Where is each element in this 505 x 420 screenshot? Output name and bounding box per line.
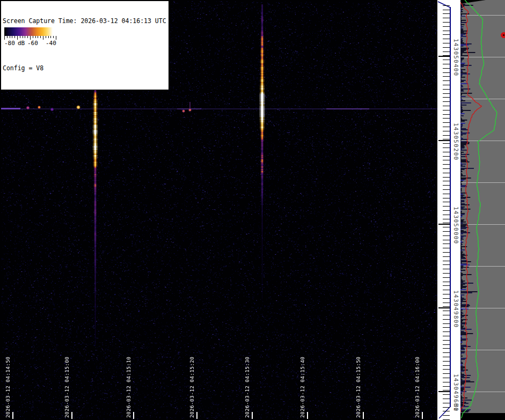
frequency-major-tick (438, 140, 450, 141)
db-max-label: -40 (46, 40, 56, 47)
marker-dot (501, 32, 505, 38)
time-axis-tick (133, 412, 134, 419)
color-scale-labels: -80 dB -60 -40 (3, 40, 57, 48)
time-axis-tick (71, 412, 72, 419)
frequency-axis-line (450, 7, 451, 407)
frequency-axis-label: 143050400 (452, 39, 459, 76)
time-axis-label: 2026-03-12 04:15:00 (64, 357, 70, 418)
db-mid-label: -60 (27, 40, 38, 47)
frequency-major-tick (438, 391, 450, 392)
frequency-major-tick (438, 224, 450, 225)
color-gradient-bar (4, 27, 56, 36)
color-scale-legend: -80 dB -60 -40 (3, 27, 57, 48)
frequency-axis-label: 143050200 (452, 123, 459, 160)
db-min-label: -80 (4, 40, 15, 47)
frequency-unit-label: Hz (452, 403, 459, 412)
db-unit-label: dB (18, 40, 25, 47)
time-axis-tick (12, 412, 13, 419)
capture-config-text: Config = V8 (3, 64, 166, 72)
frequency-major-tick (438, 307, 450, 308)
time-axis-label: 2026-03-12 04:15:50 (355, 357, 361, 418)
frequency-axis: 1430504001430502001430500001430498001430… (437, 0, 460, 420)
capture-time-text: Screen Capture Time: 2026-03-12 04:16:13… (3, 17, 166, 25)
frequency-axis-label: 143050000 (452, 207, 459, 244)
time-axis-tick (196, 412, 197, 419)
time-axis-label: 2026-03-12 04:15:30 (244, 357, 250, 418)
time-axis-tick (422, 412, 423, 419)
time-axis-tick (252, 412, 253, 419)
time-axis-label: 2026-03-12 04:15:10 (126, 357, 131, 418)
time-axis-label: 2026-03-12 04:14:50 (5, 357, 11, 418)
frequency-minor-ticks (443, 0, 450, 420)
color-scale-ruler (4, 36, 56, 40)
frequency-major-tick (438, 56, 450, 57)
spectrum-capture-window: Screen Capture Time: 2026-03-12 04:16:13… (0, 0, 505, 420)
time-axis-label: 2026-03-12 04:15:40 (299, 357, 305, 418)
time-axis-tick (363, 412, 364, 419)
frequency-axis-label: 143049800 (452, 290, 459, 328)
time-axis-tick (307, 412, 308, 419)
time-axis-label: 2026-03-12 04:15:20 (189, 357, 195, 418)
time-axis-label: 2026-03-12 04:16:00 (414, 357, 420, 418)
